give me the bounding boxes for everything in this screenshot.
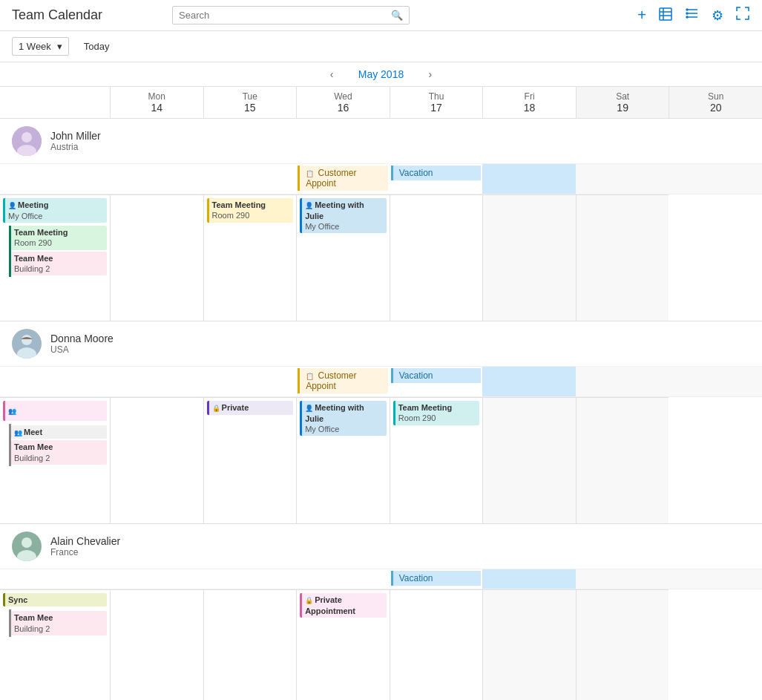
day-header-tue: Tue 15: [203, 87, 297, 118]
john-customer-appoint[interactable]: 📋 Customer Appoint: [298, 166, 388, 191]
alain-vacation[interactable]: Vacation: [391, 571, 482, 586]
donna-tue-cell: [110, 397, 203, 523]
alain-tue-cell: [110, 589, 203, 700]
schedule-view-button[interactable]: [658, 7, 673, 24]
header: Team Calendar 🔍 + ⚙: [0, 0, 762, 31]
person-icon: 👤: [8, 202, 16, 211]
app-title: Team Calendar: [12, 7, 160, 23]
donna-mon-cell: 👥 👥Meet Team Mee Building 2: [0, 397, 110, 523]
john-sun-cell: [576, 194, 669, 321]
alain-sat-cell: [482, 589, 576, 700]
group-icon-2: 👥: [14, 429, 22, 438]
john-team-meeting-mon[interactable]: Team Meeting Room 290: [11, 226, 107, 250]
donna-private-event[interactable]: 🔒Private: [207, 401, 294, 415]
group-icon: 👥: [8, 408, 16, 416]
alain-wed-cell: [203, 589, 297, 700]
avatar-john-miller: [12, 126, 42, 156]
donna-customer-appoint[interactable]: 📋 Customer Appoint: [298, 368, 388, 393]
next-period-button[interactable]: ›: [423, 67, 439, 82]
john-vacation[interactable]: Vacation: [391, 166, 482, 180]
day-headers: Mon 14 Tue 15 Wed 16 Thu 17 Fri 18 Sat 1…: [0, 87, 762, 119]
person-info-alain-chevalier: Alain Chevalier France: [0, 524, 762, 569]
day-header-wed: Wed 16: [296, 87, 390, 118]
person-name-alain-chevalier: Alain Chevalier: [50, 535, 120, 547]
donna-meet-event[interactable]: 👥Meet: [11, 425, 107, 439]
svg-point-11: [22, 132, 32, 143]
person-row-donna-moore: Donna Moore USA 📋 Customer Appoint Vacat…: [0, 321, 762, 524]
alain-vacation-row: Vacation: [0, 569, 762, 589]
john-fri-cell: [390, 194, 483, 321]
list-view-button[interactable]: [685, 6, 700, 24]
appt-icon-donna: 📋: [306, 373, 314, 380]
add-button[interactable]: +: [637, 7, 646, 24]
alain-sync-event[interactable]: Sync: [3, 593, 107, 606]
john-team-meeting-wed[interactable]: Team Meeting Room 290: [207, 198, 294, 223]
svg-point-7: [686, 9, 688, 10]
john-meeting-event[interactable]: 👤Meeting My Office: [3, 198, 107, 223]
chevron-down-icon: ▾: [57, 41, 62, 52]
week-select[interactable]: 1 Week ▾: [12, 37, 69, 56]
search-bar[interactable]: 🔍: [172, 6, 410, 24]
search-input[interactable]: [179, 10, 391, 21]
alain-team-mee-mon[interactable]: Team Mee Building 2: [11, 611, 107, 635]
current-period-label: May 2018: [352, 68, 411, 80]
day-header-fri: Fri 18: [482, 87, 576, 118]
day-header-sat: Sat 19: [576, 87, 669, 118]
alain-mon-cell: Sync Team Mee Building 2: [0, 589, 110, 700]
search-icon[interactable]: 🔍: [391, 10, 403, 21]
donna-fri-cell: Team Meeting Room 290: [390, 397, 483, 523]
john-meeting-julie[interactable]: 👤Meeting with Julie My Office: [300, 198, 387, 233]
donna-wed-cell: 🔒Private: [203, 397, 297, 523]
today-button[interactable]: Today: [78, 38, 116, 55]
alain-events-grid: Sync Team Mee Building 2 🔒Private Appoin…: [0, 589, 762, 700]
person-location-donna-moore: USA: [50, 344, 114, 355]
donna-events-grid: 👥 👥Meet Team Mee Building 2 🔒Pri: [0, 397, 762, 523]
alain-private-appt[interactable]: 🔒Private Appointment: [300, 593, 387, 618]
donna-team-meeting-fri[interactable]: Team Meeting Room 290: [393, 401, 480, 425]
day-header-thu: Thu 17: [390, 87, 483, 118]
avatar-donna-moore: [12, 329, 42, 359]
fullscreen-button[interactable]: [735, 6, 750, 24]
person-row-alain-chevalier: Alain Chevalier France Vacation Sync: [0, 524, 762, 700]
person-icon-donna: 👤: [305, 405, 313, 413]
person-name-john-miller: John Miller: [50, 130, 101, 142]
prev-period-button[interactable]: ‹: [324, 67, 340, 82]
nav-bar: ‹ May 2018 ›: [0, 62, 762, 87]
svg-point-8: [686, 13, 688, 14]
person-name-donna-moore: Donna Moore: [50, 333, 114, 344]
john-sat-cell: [482, 194, 576, 321]
john-team-mee-mon[interactable]: Team Mee Building 2: [11, 252, 107, 276]
person-location-alain-chevalier: France: [50, 547, 120, 557]
svg-rect-0: [660, 8, 671, 20]
alain-fri-cell: [390, 589, 483, 700]
donna-sat-cell: [482, 397, 576, 523]
svg-point-17: [22, 537, 32, 548]
donna-thu-cell: 👤Meeting with Julie My Office: [296, 397, 390, 523]
lock-icon-alain: 🔒: [305, 597, 313, 606]
empty-header-cell: [0, 87, 110, 118]
john-tue-cell: [110, 194, 203, 321]
person-icon-2: 👤: [305, 202, 313, 211]
john-wed-cell: Team Meeting Room 290: [203, 194, 297, 321]
week-label: 1 Week: [19, 41, 51, 52]
lock-icon: 🔒: [212, 405, 220, 413]
person-info-donna-moore: Donna Moore USA: [0, 321, 762, 367]
svg-point-9: [686, 16, 688, 18]
day-header-sun: Sun 20: [669, 87, 762, 118]
donna-meeting-julie[interactable]: 👤Meeting with Julie My Office: [300, 401, 387, 436]
alain-sun-cell: [576, 589, 669, 700]
john-events-grid: 👤Meeting My Office Team Meeting Room 290…: [0, 194, 762, 321]
donna-sun-cell: [576, 397, 669, 523]
donna-team-mee-mon[interactable]: Team Mee Building 2: [11, 440, 107, 465]
svg-point-14: [22, 335, 32, 345]
appt-icon: 📋: [306, 170, 314, 177]
header-actions: + ⚙: [637, 6, 750, 24]
settings-button[interactable]: ⚙: [712, 7, 723, 24]
john-vacation-row: 📋 Customer Appoint Vacation: [0, 164, 762, 194]
donna-group-event[interactable]: 👥: [3, 401, 107, 421]
john-mon-cell: 👤Meeting My Office Team Meeting Room 290…: [0, 194, 110, 321]
alain-thu-cell: 🔒Private Appointment: [296, 589, 390, 700]
donna-vacation[interactable]: Vacation: [391, 368, 482, 383]
day-header-mon: Mon 14: [110, 87, 203, 118]
john-thu-cell: 👤Meeting with Julie My Office: [296, 194, 390, 321]
